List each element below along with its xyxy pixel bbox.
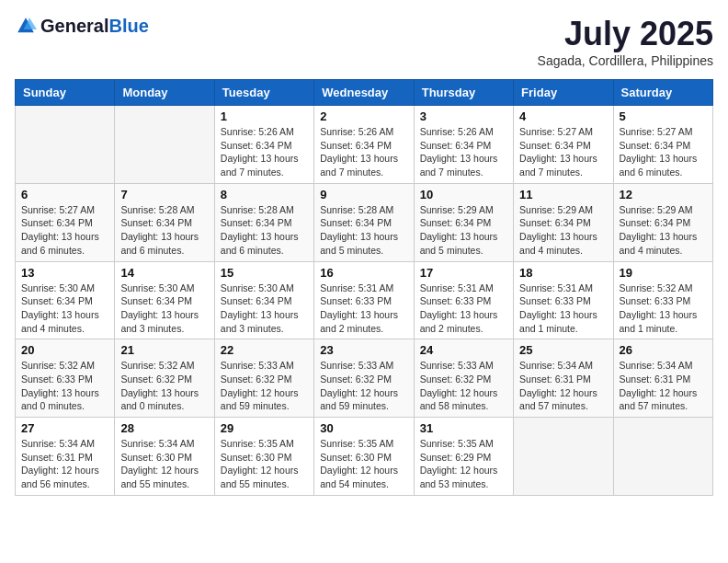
day-number: 24: [420, 343, 507, 357]
day-info: Sunrise: 5:34 AM Sunset: 6:30 PM Dayligh…: [120, 437, 208, 491]
weekday-header-friday: Friday: [514, 80, 613, 106]
day-info: Sunrise: 5:31 AM Sunset: 6:33 PM Dayligh…: [420, 282, 507, 336]
day-number: 17: [420, 266, 507, 280]
page-header: GeneralBlue July 2025 Sagada, Cordillera…: [15, 15, 713, 68]
calendar-cell: 8Sunrise: 5:28 AM Sunset: 6:34 PM Daylig…: [214, 183, 313, 261]
day-number: 20: [21, 343, 108, 357]
day-info: Sunrise: 5:32 AM Sunset: 6:33 PM Dayligh…: [21, 359, 108, 413]
calendar-cell: 16Sunrise: 5:31 AM Sunset: 6:33 PM Dayli…: [314, 261, 414, 339]
weekday-header-tuesday: Tuesday: [214, 80, 313, 106]
calendar-cell: 15Sunrise: 5:30 AM Sunset: 6:34 PM Dayli…: [214, 261, 313, 339]
day-number: 7: [120, 188, 208, 201]
calendar-cell: 28Sunrise: 5:34 AM Sunset: 6:30 PM Dayli…: [115, 418, 214, 496]
day-info: Sunrise: 5:33 AM Sunset: 6:32 PM Dayligh…: [221, 359, 308, 413]
calendar-cell: 26Sunrise: 5:34 AM Sunset: 6:31 PM Dayli…: [613, 339, 712, 418]
day-number: 14: [120, 266, 208, 280]
calendar-cell: 31Sunrise: 5:35 AM Sunset: 6:29 PM Dayli…: [414, 418, 513, 496]
day-info: Sunrise: 5:30 AM Sunset: 6:34 PM Dayligh…: [120, 282, 208, 336]
calendar-cell: 2Sunrise: 5:26 AM Sunset: 6:34 PM Daylig…: [314, 106, 414, 184]
day-number: 13: [21, 266, 108, 280]
calendar-cell: 6Sunrise: 5:27 AM Sunset: 6:34 PM Daylig…: [16, 183, 115, 261]
day-number: 18: [519, 266, 607, 280]
logo-icon: [15, 15, 37, 37]
day-info: Sunrise: 5:30 AM Sunset: 6:34 PM Dayligh…: [221, 282, 308, 336]
day-info: Sunrise: 5:32 AM Sunset: 6:33 PM Dayligh…: [620, 282, 707, 336]
day-info: Sunrise: 5:30 AM Sunset: 6:34 PM Dayligh…: [21, 282, 108, 336]
day-number: 28: [120, 421, 208, 435]
calendar-cell: 13Sunrise: 5:30 AM Sunset: 6:34 PM Dayli…: [16, 261, 115, 339]
day-number: 2: [320, 109, 407, 123]
day-number: 27: [21, 421, 108, 435]
calendar-cell: 22Sunrise: 5:33 AM Sunset: 6:32 PM Dayli…: [214, 339, 313, 418]
day-number: 30: [320, 421, 407, 435]
day-number: 31: [420, 421, 507, 435]
calendar-cell: 23Sunrise: 5:33 AM Sunset: 6:32 PM Dayli…: [314, 339, 414, 418]
day-number: 8: [221, 188, 308, 201]
day-info: Sunrise: 5:35 AM Sunset: 6:29 PM Dayligh…: [420, 437, 507, 491]
calendar-cell: 30Sunrise: 5:35 AM Sunset: 6:30 PM Dayli…: [314, 418, 414, 496]
calendar-cell: 11Sunrise: 5:29 AM Sunset: 6:34 PM Dayli…: [514, 183, 613, 261]
day-info: Sunrise: 5:28 AM Sunset: 6:34 PM Dayligh…: [120, 203, 208, 258]
calendar-cell: [514, 418, 613, 496]
calendar-cell: 27Sunrise: 5:34 AM Sunset: 6:31 PM Dayli…: [16, 418, 115, 496]
calendar-week-row: 1Sunrise: 5:26 AM Sunset: 6:34 PM Daylig…: [16, 106, 713, 184]
calendar-cell: 7Sunrise: 5:28 AM Sunset: 6:34 PM Daylig…: [115, 183, 214, 261]
day-number: 1: [221, 109, 308, 123]
day-number: 23: [320, 343, 407, 357]
day-number: 10: [420, 188, 507, 201]
title-block: July 2025 Sagada, Cordillera, Philippine…: [538, 15, 713, 68]
day-number: 25: [519, 343, 607, 357]
calendar-cell: 19Sunrise: 5:32 AM Sunset: 6:33 PM Dayli…: [613, 261, 712, 339]
day-info: Sunrise: 5:33 AM Sunset: 6:32 PM Dayligh…: [320, 359, 407, 413]
day-info: Sunrise: 5:27 AM Sunset: 6:34 PM Dayligh…: [620, 125, 707, 179]
day-number: 29: [221, 421, 308, 435]
day-info: Sunrise: 5:31 AM Sunset: 6:33 PM Dayligh…: [519, 282, 607, 336]
day-info: Sunrise: 5:32 AM Sunset: 6:32 PM Dayligh…: [120, 359, 208, 413]
day-number: 22: [221, 343, 308, 357]
day-number: 15: [221, 266, 308, 280]
day-number: 21: [120, 343, 208, 357]
day-info: Sunrise: 5:34 AM Sunset: 6:31 PM Dayligh…: [620, 359, 707, 413]
calendar-cell: 14Sunrise: 5:30 AM Sunset: 6:34 PM Dayli…: [115, 261, 214, 339]
calendar-cell: 29Sunrise: 5:35 AM Sunset: 6:30 PM Dayli…: [214, 418, 313, 496]
day-number: 16: [320, 266, 407, 280]
calendar-cell: 21Sunrise: 5:32 AM Sunset: 6:32 PM Dayli…: [115, 339, 214, 418]
day-info: Sunrise: 5:29 AM Sunset: 6:34 PM Dayligh…: [519, 203, 607, 258]
calendar-cell: 17Sunrise: 5:31 AM Sunset: 6:33 PM Dayli…: [414, 261, 513, 339]
calendar-cell: 25Sunrise: 5:34 AM Sunset: 6:31 PM Dayli…: [514, 339, 613, 418]
weekday-header-saturday: Saturday: [613, 80, 712, 106]
day-info: Sunrise: 5:28 AM Sunset: 6:34 PM Dayligh…: [221, 203, 308, 258]
calendar-cell: [613, 418, 712, 496]
calendar-cell: 1Sunrise: 5:26 AM Sunset: 6:34 PM Daylig…: [214, 106, 313, 184]
weekday-header-monday: Monday: [115, 80, 214, 106]
day-info: Sunrise: 5:31 AM Sunset: 6:33 PM Dayligh…: [320, 282, 407, 336]
day-info: Sunrise: 5:35 AM Sunset: 6:30 PM Dayligh…: [320, 437, 407, 491]
day-info: Sunrise: 5:27 AM Sunset: 6:34 PM Dayligh…: [519, 125, 607, 179]
calendar-week-row: 6Sunrise: 5:27 AM Sunset: 6:34 PM Daylig…: [16, 183, 713, 261]
calendar-cell: [16, 106, 115, 184]
day-info: Sunrise: 5:28 AM Sunset: 6:34 PM Dayligh…: [320, 203, 407, 258]
calendar-cell: 5Sunrise: 5:27 AM Sunset: 6:34 PM Daylig…: [613, 106, 712, 184]
calendar-cell: [115, 106, 214, 184]
day-number: 26: [620, 343, 707, 357]
calendar-week-row: 20Sunrise: 5:32 AM Sunset: 6:33 PM Dayli…: [16, 339, 713, 418]
day-info: Sunrise: 5:29 AM Sunset: 6:34 PM Dayligh…: [620, 203, 707, 258]
calendar-week-row: 13Sunrise: 5:30 AM Sunset: 6:34 PM Dayli…: [16, 261, 713, 339]
day-info: Sunrise: 5:26 AM Sunset: 6:34 PM Dayligh…: [420, 125, 507, 179]
day-number: 11: [519, 188, 607, 201]
day-info: Sunrise: 5:34 AM Sunset: 6:31 PM Dayligh…: [21, 437, 108, 491]
day-number: 9: [320, 188, 407, 201]
day-info: Sunrise: 5:34 AM Sunset: 6:31 PM Dayligh…: [519, 359, 607, 413]
calendar-week-row: 27Sunrise: 5:34 AM Sunset: 6:31 PM Dayli…: [16, 418, 713, 496]
calendar-cell: 24Sunrise: 5:33 AM Sunset: 6:32 PM Dayli…: [414, 339, 513, 418]
weekday-header-row: SundayMondayTuesdayWednesdayThursdayFrid…: [16, 80, 713, 106]
day-info: Sunrise: 5:35 AM Sunset: 6:30 PM Dayligh…: [221, 437, 308, 491]
calendar-cell: 10Sunrise: 5:29 AM Sunset: 6:34 PM Dayli…: [414, 183, 513, 261]
day-number: 4: [519, 109, 607, 123]
calendar-cell: 18Sunrise: 5:31 AM Sunset: 6:33 PM Dayli…: [514, 261, 613, 339]
day-number: 5: [620, 109, 707, 123]
day-info: Sunrise: 5:27 AM Sunset: 6:34 PM Dayligh…: [21, 203, 108, 258]
day-info: Sunrise: 5:33 AM Sunset: 6:32 PM Dayligh…: [420, 359, 507, 413]
location: Sagada, Cordillera, Philippines: [538, 53, 713, 68]
calendar-cell: 12Sunrise: 5:29 AM Sunset: 6:34 PM Dayli…: [613, 183, 712, 261]
